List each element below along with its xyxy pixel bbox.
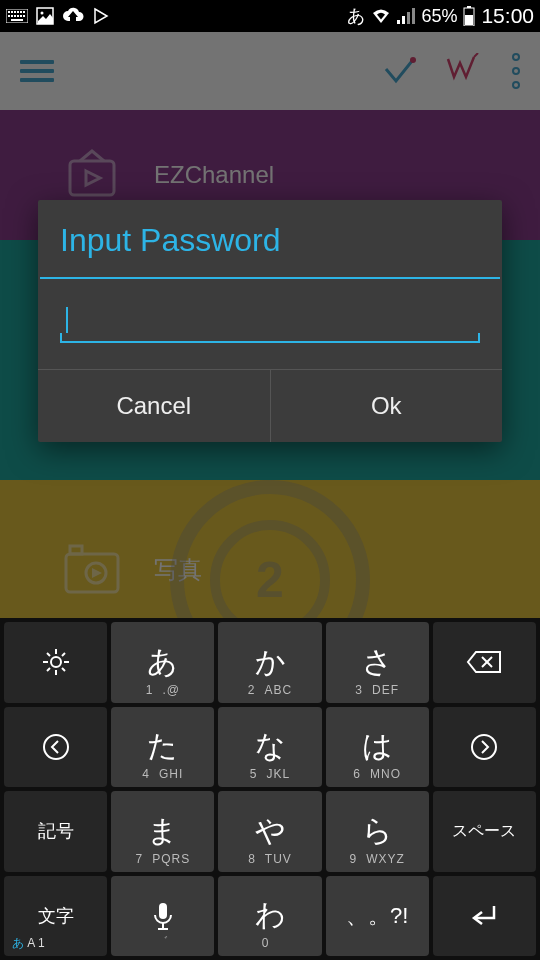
play-store-icon <box>92 7 110 25</box>
svg-rect-19 <box>412 8 415 24</box>
enter-icon <box>468 902 500 930</box>
mic-icon <box>152 901 174 931</box>
svg-line-36 <box>62 653 65 656</box>
svg-point-15 <box>41 12 44 15</box>
svg-rect-11 <box>20 15 22 17</box>
svg-point-28 <box>51 657 61 667</box>
svg-rect-41 <box>159 903 167 919</box>
status-time: 15:00 <box>481 4 534 28</box>
key-ya[interactable]: や8TUV <box>218 791 321 872</box>
battery-icon <box>463 6 475 26</box>
symbols-key[interactable]: 記号 <box>4 791 107 872</box>
image-icon <box>36 7 54 25</box>
dialog-title: Input Password <box>38 200 502 277</box>
key-ra[interactable]: ら9WXYZ <box>326 791 429 872</box>
mode-switch-key[interactable]: 文字 あ A 1 <box>4 876 107 957</box>
svg-rect-12 <box>23 15 25 17</box>
password-dialog: Input Password Cancel Ok <box>38 200 502 442</box>
svg-rect-13 <box>11 19 23 21</box>
gear-icon <box>41 647 71 677</box>
svg-rect-18 <box>407 12 410 24</box>
backspace-icon <box>466 650 502 674</box>
keyboard-indicator-icon <box>6 9 28 23</box>
punctuation-key[interactable]: 、。?! <box>326 876 429 957</box>
key-wa[interactable]: わ0 <box>218 876 321 957</box>
svg-rect-4 <box>17 11 19 13</box>
svg-rect-17 <box>402 16 405 24</box>
text-cursor <box>66 307 68 333</box>
voice-input-key[interactable]: ゛ <box>111 876 214 957</box>
backspace-key[interactable] <box>433 622 536 703</box>
key-a[interactable]: あ1.@ <box>111 622 214 703</box>
status-bar: あ 65% 15:00 <box>0 0 540 32</box>
space-key[interactable]: スペース <box>433 791 536 872</box>
right-arrow-key[interactable] <box>433 707 536 788</box>
arrow-left-icon <box>42 733 70 761</box>
key-ha[interactable]: は6MNO <box>326 707 429 788</box>
key-ka[interactable]: か2ABC <box>218 622 321 703</box>
password-input[interactable] <box>60 303 480 343</box>
battery-percent: 65% <box>421 6 457 27</box>
key-ta[interactable]: た4GHI <box>111 707 214 788</box>
settings-key[interactable] <box>4 622 107 703</box>
svg-rect-8 <box>11 15 13 17</box>
wifi-icon <box>371 8 391 24</box>
soft-keyboard: あ1.@ か2ABC さ3DEF た4GHI な5JKL は6MNO 記号 ま7… <box>0 618 540 960</box>
svg-rect-6 <box>23 11 25 13</box>
svg-rect-1 <box>8 11 10 13</box>
svg-point-40 <box>472 735 496 759</box>
enter-key[interactable] <box>433 876 536 957</box>
arrow-right-icon <box>470 733 498 761</box>
svg-line-33 <box>47 653 50 656</box>
ime-indicator: あ <box>347 4 365 28</box>
signal-icon <box>397 8 415 24</box>
svg-rect-10 <box>17 15 19 17</box>
svg-rect-3 <box>14 11 16 13</box>
svg-rect-22 <box>465 15 473 25</box>
svg-rect-5 <box>20 11 22 13</box>
svg-rect-7 <box>8 15 10 17</box>
cancel-button[interactable]: Cancel <box>38 370 270 442</box>
svg-rect-2 <box>11 11 13 13</box>
left-arrow-key[interactable] <box>4 707 107 788</box>
svg-point-39 <box>44 735 68 759</box>
ok-button[interactable]: Ok <box>270 370 503 442</box>
key-na[interactable]: な5JKL <box>218 707 321 788</box>
svg-line-35 <box>47 668 50 671</box>
svg-rect-16 <box>397 20 400 24</box>
svg-line-34 <box>62 668 65 671</box>
key-sa[interactable]: さ3DEF <box>326 622 429 703</box>
cloud-upload-icon <box>62 7 84 25</box>
key-ma[interactable]: ま7PQRS <box>111 791 214 872</box>
svg-rect-9 <box>14 15 16 17</box>
